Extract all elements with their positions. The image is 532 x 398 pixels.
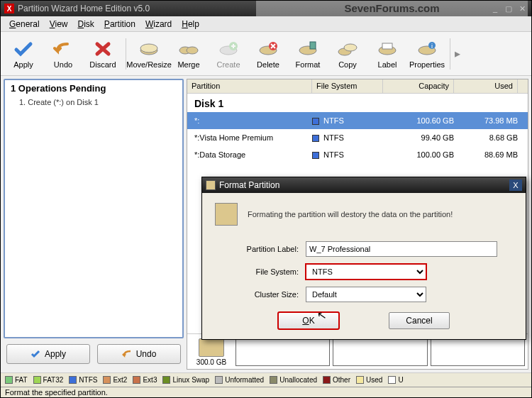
operations-pending-panel: 1 Operations Pending 1. Create (*:) on D… <box>4 79 184 338</box>
svg-rect-13 <box>382 43 392 49</box>
app-icon: X <box>4 4 14 13</box>
svg-rect-9 <box>310 42 316 49</box>
cluster-size-label: Cluster Size: <box>215 290 306 299</box>
dialog-close-button[interactable]: X <box>509 179 522 191</box>
svg-text:i: i <box>431 43 433 50</box>
watermark-overlay: SevenForums.com <box>256 1 528 16</box>
partition-row[interactable]: *:Vista Home PremiumNTFS99.40 GB8.68 GB <box>187 129 528 146</box>
partition-label-label: Partition Label: <box>215 245 306 253</box>
menu-general[interactable]: General <box>5 18 44 31</box>
label-button[interactable]: Label <box>367 34 407 74</box>
disk-segment[interactable] <box>333 337 427 366</box>
grid-header: Partition File System Capacity Used <box>187 79 528 94</box>
operation-item[interactable]: 1. Create (*:) on Disk 1 <box>11 98 177 106</box>
sidebar-apply-button[interactable]: Apply <box>6 344 90 364</box>
properties-button[interactable]: iProperties <box>407 34 447 74</box>
sidebar-undo-button[interactable]: Undo <box>97 344 181 364</box>
toolbar-overflow[interactable]: ▸ <box>453 47 462 60</box>
svg-point-1 <box>140 44 157 52</box>
menu-view[interactable]: View <box>45 18 72 31</box>
menu-wizard[interactable]: Wizard <box>141 18 176 31</box>
menu-disk[interactable]: Disk <box>74 18 99 31</box>
menu-partition[interactable]: Partition <box>100 18 140 31</box>
cluster-size-select[interactable]: Default <box>306 287 426 302</box>
legend-bar: FAT FAT32 NTFS Ext2 Ext3 Linux Swap Unfo… <box>1 372 531 387</box>
ntfs-icon <box>312 135 319 142</box>
menu-help[interactable]: Help <box>177 18 204 31</box>
disk-segment[interactable] <box>235 337 330 366</box>
col-capacity[interactable]: Capacity <box>383 79 454 93</box>
ok-button[interactable]: OK <box>278 312 339 329</box>
toolbar: Apply Undo Discard Move/Resize Merge Cre… <box>1 32 531 76</box>
col-used[interactable]: Used <box>454 79 518 93</box>
undo-button[interactable]: Undo <box>43 34 83 74</box>
dialog-icon <box>206 180 216 190</box>
svg-point-3 <box>187 47 198 54</box>
disk-icon: 300.0 GB <box>190 337 233 366</box>
merge-button[interactable]: Merge <box>169 34 209 74</box>
cancel-button[interactable]: Cancel <box>389 312 450 329</box>
ntfs-icon <box>312 152 319 159</box>
format-button[interactable]: Format <box>288 34 328 74</box>
discard-button[interactable]: Discard <box>83 34 123 74</box>
create-button: Create <box>209 34 248 74</box>
partition-row[interactable]: *:Data StorageNTFS100.00 GB88.69 MB <box>187 146 528 163</box>
window-title: Partition Wizard Home Edition v5.0 <box>18 4 150 13</box>
dialog-warning-text: Formating the partition will destory the… <box>248 210 453 219</box>
format-partition-dialog: Format Partition X Formating the partiti… <box>201 177 526 340</box>
move-resize-button[interactable]: Move/Resize <box>129 34 169 74</box>
svg-point-11 <box>344 44 357 51</box>
menu-bar: General View Disk Partition Wizard Help <box>1 16 531 32</box>
col-partition[interactable]: Partition <box>187 79 312 93</box>
filesystem-select[interactable]: NTFS <box>306 264 426 280</box>
disk-title: Disk 1 <box>187 94 528 112</box>
status-bar: Format the specified partition. <box>1 387 531 398</box>
operations-title: 1 Operations Pending <box>11 83 177 94</box>
col-filesystem[interactable]: File System <box>312 79 383 93</box>
filesystem-label: File System: <box>215 267 306 276</box>
warning-icon <box>215 203 238 226</box>
dialog-titlebar[interactable]: Format Partition X <box>202 177 526 193</box>
ntfs-icon <box>312 118 319 125</box>
disk-segment[interactable] <box>431 337 525 366</box>
partition-label-input[interactable] <box>306 241 497 257</box>
apply-button[interactable]: Apply <box>4 34 43 74</box>
dialog-title: Format Partition <box>219 180 279 190</box>
delete-button[interactable]: Delete <box>248 34 288 74</box>
partition-row[interactable]: *:NTFS100.60 GB73.98 MB <box>187 112 528 129</box>
copy-button[interactable]: Copy <box>328 34 367 74</box>
